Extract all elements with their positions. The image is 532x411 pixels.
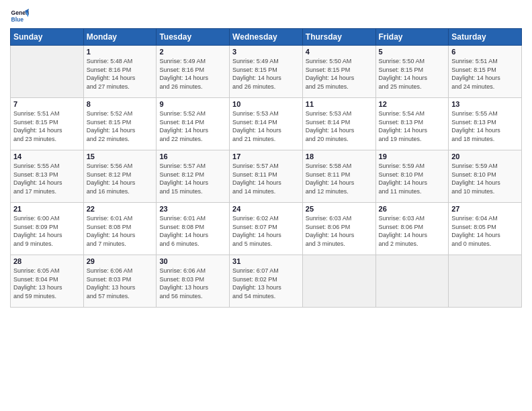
day-info: Sunrise: 5:48 AM Sunset: 8:16 PM Dayligh… bbox=[87, 57, 154, 91]
day-number: 23 bbox=[159, 205, 226, 213]
day-number: 16 bbox=[159, 152, 226, 161]
day-number: 8 bbox=[87, 100, 154, 108]
day-header-tuesday: Tuesday bbox=[157, 29, 230, 46]
calendar-cell: 7Sunrise: 5:51 AM Sunset: 8:15 PM Daylig… bbox=[11, 98, 84, 150]
day-number: 26 bbox=[379, 205, 446, 213]
day-number: 30 bbox=[159, 257, 226, 265]
day-number: 20 bbox=[451, 152, 519, 161]
day-number: 3 bbox=[232, 48, 300, 56]
day-info: Sunrise: 5:55 AM Sunset: 8:13 PM Dayligh… bbox=[13, 162, 81, 195]
calendar-cell: 2Sunrise: 5:49 AM Sunset: 8:16 PM Daylig… bbox=[157, 46, 230, 98]
day-number: 29 bbox=[87, 257, 154, 265]
day-info: Sunrise: 6:06 AM Sunset: 8:03 PM Dayligh… bbox=[159, 267, 226, 300]
calendar-cell: 22Sunrise: 6:01 AM Sunset: 8:08 PM Dayli… bbox=[83, 203, 157, 255]
day-number: 31 bbox=[232, 257, 300, 265]
day-number: 15 bbox=[87, 152, 154, 161]
calendar-cell bbox=[11, 46, 84, 98]
day-number: 12 bbox=[379, 100, 446, 108]
day-info: Sunrise: 5:51 AM Sunset: 8:15 PM Dayligh… bbox=[13, 109, 81, 143]
day-number: 10 bbox=[232, 100, 300, 108]
day-header-thursday: Thursday bbox=[302, 29, 375, 46]
calendar-cell: 8Sunrise: 5:52 AM Sunset: 8:15 PM Daylig… bbox=[83, 98, 157, 150]
calendar-cell: 14Sunrise: 5:55 AM Sunset: 8:13 PM Dayli… bbox=[11, 150, 84, 203]
day-number: 13 bbox=[451, 100, 519, 108]
logo: General Blue bbox=[10, 7, 29, 26]
day-number: 18 bbox=[306, 152, 373, 161]
calendar-cell: 18Sunrise: 5:58 AM Sunset: 8:11 PM Dayli… bbox=[302, 150, 375, 203]
day-header-saturday: Saturday bbox=[449, 29, 522, 46]
svg-text:Blue: Blue bbox=[11, 16, 24, 23]
calendar-cell: 3Sunrise: 5:49 AM Sunset: 8:15 PM Daylig… bbox=[230, 46, 303, 98]
day-info: Sunrise: 5:51 AM Sunset: 8:15 PM Dayligh… bbox=[451, 57, 519, 91]
day-number: 9 bbox=[159, 100, 226, 108]
calendar-cell: 20Sunrise: 5:59 AM Sunset: 8:10 PM Dayli… bbox=[449, 150, 522, 203]
day-header-friday: Friday bbox=[375, 29, 449, 46]
calendar-cell: 9Sunrise: 5:52 AM Sunset: 8:14 PM Daylig… bbox=[157, 98, 230, 150]
calendar-cell: 23Sunrise: 6:01 AM Sunset: 8:08 PM Dayli… bbox=[157, 203, 230, 255]
calendar-cell: 27Sunrise: 6:04 AM Sunset: 8:05 PM Dayli… bbox=[449, 203, 522, 255]
day-info: Sunrise: 5:58 AM Sunset: 8:11 PM Dayligh… bbox=[306, 162, 373, 195]
logo-icon: General Blue bbox=[10, 7, 29, 26]
day-number: 27 bbox=[451, 205, 519, 213]
day-number: 28 bbox=[13, 257, 81, 265]
calendar-cell: 26Sunrise: 6:03 AM Sunset: 8:06 PM Dayli… bbox=[375, 203, 449, 255]
day-info: Sunrise: 6:06 AM Sunset: 8:03 PM Dayligh… bbox=[87, 267, 154, 300]
day-info: Sunrise: 6:03 AM Sunset: 8:06 PM Dayligh… bbox=[379, 214, 446, 248]
calendar-cell: 21Sunrise: 6:00 AM Sunset: 8:09 PM Dayli… bbox=[11, 203, 84, 255]
day-info: Sunrise: 6:05 AM Sunset: 8:04 PM Dayligh… bbox=[13, 267, 81, 300]
calendar-cell: 12Sunrise: 5:54 AM Sunset: 8:13 PM Dayli… bbox=[375, 98, 449, 150]
day-number: 22 bbox=[87, 205, 154, 213]
day-number: 2 bbox=[159, 48, 226, 56]
day-number: 1 bbox=[87, 48, 154, 56]
day-info: Sunrise: 5:56 AM Sunset: 8:12 PM Dayligh… bbox=[87, 162, 154, 195]
day-number: 21 bbox=[13, 205, 81, 213]
day-info: Sunrise: 5:55 AM Sunset: 8:13 PM Dayligh… bbox=[451, 109, 519, 143]
calendar-cell: 1Sunrise: 5:48 AM Sunset: 8:16 PM Daylig… bbox=[83, 46, 157, 98]
day-info: Sunrise: 6:00 AM Sunset: 8:09 PM Dayligh… bbox=[13, 214, 81, 248]
day-number: 14 bbox=[13, 152, 81, 161]
calendar-table: SundayMondayTuesdayWednesdayThursdayFrid… bbox=[10, 28, 522, 308]
day-info: Sunrise: 5:59 AM Sunset: 8:10 PM Dayligh… bbox=[379, 162, 446, 195]
day-number: 6 bbox=[451, 48, 519, 56]
calendar-cell: 11Sunrise: 5:53 AM Sunset: 8:14 PM Dayli… bbox=[302, 98, 375, 150]
day-number: 19 bbox=[379, 152, 446, 161]
day-info: Sunrise: 5:57 AM Sunset: 8:12 PM Dayligh… bbox=[159, 162, 226, 195]
day-header-monday: Monday bbox=[83, 29, 157, 46]
calendar-cell: 28Sunrise: 6:05 AM Sunset: 8:04 PM Dayli… bbox=[11, 255, 84, 308]
day-info: Sunrise: 6:01 AM Sunset: 8:08 PM Dayligh… bbox=[87, 214, 154, 248]
day-number: 4 bbox=[306, 48, 373, 56]
day-number: 7 bbox=[13, 100, 81, 108]
day-info: Sunrise: 5:52 AM Sunset: 8:14 PM Dayligh… bbox=[159, 109, 226, 143]
calendar-cell: 16Sunrise: 5:57 AM Sunset: 8:12 PM Dayli… bbox=[157, 150, 230, 203]
calendar-cell: 30Sunrise: 6:06 AM Sunset: 8:03 PM Dayli… bbox=[157, 255, 230, 308]
day-info: Sunrise: 5:49 AM Sunset: 8:16 PM Dayligh… bbox=[159, 57, 226, 91]
day-info: Sunrise: 6:04 AM Sunset: 8:05 PM Dayligh… bbox=[451, 214, 519, 248]
calendar-cell: 15Sunrise: 5:56 AM Sunset: 8:12 PM Dayli… bbox=[83, 150, 157, 203]
calendar-cell: 31Sunrise: 6:07 AM Sunset: 8:02 PM Dayli… bbox=[230, 255, 303, 308]
calendar-cell: 19Sunrise: 5:59 AM Sunset: 8:10 PM Dayli… bbox=[375, 150, 449, 203]
calendar-cell: 13Sunrise: 5:55 AM Sunset: 8:13 PM Dayli… bbox=[449, 98, 522, 150]
calendar-cell bbox=[302, 255, 375, 308]
calendar-cell: 6Sunrise: 5:51 AM Sunset: 8:15 PM Daylig… bbox=[449, 46, 522, 98]
day-info: Sunrise: 5:53 AM Sunset: 8:14 PM Dayligh… bbox=[232, 109, 300, 143]
day-info: Sunrise: 5:50 AM Sunset: 8:15 PM Dayligh… bbox=[306, 57, 373, 91]
calendar-cell: 25Sunrise: 6:03 AM Sunset: 8:06 PM Dayli… bbox=[302, 203, 375, 255]
day-number: 25 bbox=[306, 205, 373, 213]
calendar-cell: 29Sunrise: 6:06 AM Sunset: 8:03 PM Dayli… bbox=[83, 255, 157, 308]
day-number: 11 bbox=[306, 100, 373, 108]
calendar-cell: 4Sunrise: 5:50 AM Sunset: 8:15 PM Daylig… bbox=[302, 46, 375, 98]
day-number: 5 bbox=[379, 48, 446, 56]
calendar-cell: 5Sunrise: 5:50 AM Sunset: 8:15 PM Daylig… bbox=[375, 46, 449, 98]
day-number: 24 bbox=[232, 205, 300, 213]
day-info: Sunrise: 5:57 AM Sunset: 8:11 PM Dayligh… bbox=[232, 162, 300, 195]
day-info: Sunrise: 6:07 AM Sunset: 8:02 PM Dayligh… bbox=[232, 267, 300, 300]
day-info: Sunrise: 6:03 AM Sunset: 8:06 PM Dayligh… bbox=[306, 214, 373, 248]
day-info: Sunrise: 5:59 AM Sunset: 8:10 PM Dayligh… bbox=[451, 162, 519, 195]
day-header-wednesday: Wednesday bbox=[230, 29, 303, 46]
calendar-cell bbox=[449, 255, 522, 308]
calendar-cell bbox=[375, 255, 449, 308]
day-info: Sunrise: 5:52 AM Sunset: 8:15 PM Dayligh… bbox=[87, 109, 154, 143]
calendar-cell: 10Sunrise: 5:53 AM Sunset: 8:14 PM Dayli… bbox=[230, 98, 303, 150]
day-info: Sunrise: 5:49 AM Sunset: 8:15 PM Dayligh… bbox=[232, 57, 300, 91]
calendar-cell: 17Sunrise: 5:57 AM Sunset: 8:11 PM Dayli… bbox=[230, 150, 303, 203]
